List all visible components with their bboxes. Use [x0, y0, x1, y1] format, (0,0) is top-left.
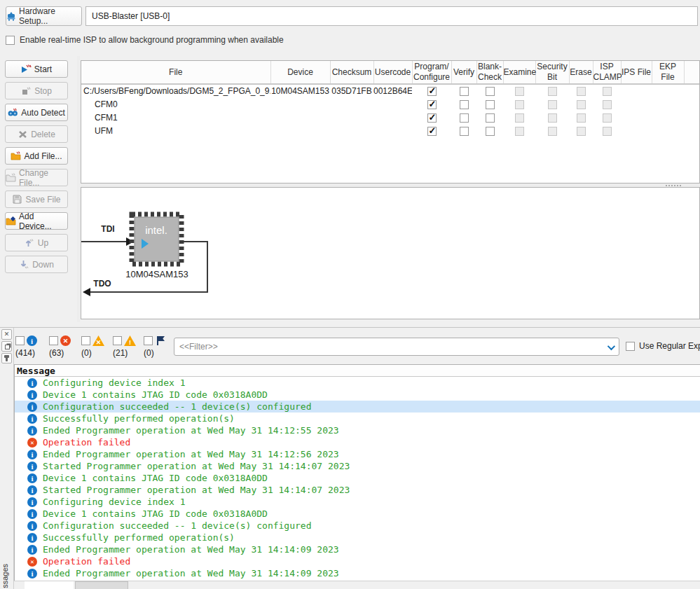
realtime-isp-row: Enable real-time ISP to allow background… — [6, 35, 284, 45]
message-row[interactable]: iSuccessfully performed operation(s) — [15, 413, 700, 424]
program-checkbox[interactable] — [427, 127, 437, 136]
table-row[interactable]: UFM — [81, 124, 700, 137]
isp-checkbox — [603, 100, 612, 109]
pin-icon[interactable] — [1, 353, 12, 363]
add-file-button[interactable]: Add File... — [5, 147, 68, 165]
program-checkbox[interactable] — [427, 87, 437, 96]
column-header[interactable] — [684, 61, 700, 84]
message-row[interactable]: iConfiguring device index 1 — [15, 496, 700, 508]
info-icon: i — [27, 497, 37, 507]
message-row[interactable]: iDevice 1 contains JTAG ID code 0x0318A0… — [15, 472, 700, 484]
program-checkbox[interactable] — [427, 100, 437, 109]
verify-checkbox[interactable] — [460, 127, 469, 136]
message-column-header[interactable]: Message — [15, 365, 700, 377]
message-row[interactable]: iSuccessfully performed operation(s) — [15, 532, 700, 543]
filler-cell — [684, 124, 700, 137]
verify-checkbox[interactable] — [460, 87, 469, 96]
info-icon: i — [27, 378, 37, 388]
chevron-down-icon[interactable] — [608, 342, 615, 350]
verify-checkbox[interactable] — [460, 113, 469, 123]
hardware-name-field[interactable]: USB-Blaster [USB-0] — [85, 6, 698, 26]
message-row[interactable]: iStarted Programmer operation at Wed May… — [15, 460, 700, 472]
info-icon: i — [27, 335, 37, 346]
auto-detect-button[interactable]: Auto Detect — [5, 104, 68, 121]
add-file-label: Add File... — [24, 151, 62, 161]
message-row[interactable]: iEnded Programmer operation at Wed May 3… — [15, 448, 700, 460]
table-row[interactable]: C:/Users/BFeng/Downloads/DGM5_2_FPGA_0_9… — [81, 84, 700, 97]
erase-checkbox — [577, 87, 586, 96]
message-row[interactable]: iEnded Programmer operation at Wed May 3… — [15, 424, 700, 436]
table-row[interactable]: CFM1 — [81, 111, 700, 124]
info-filter-toggle: i(414) — [15, 335, 37, 358]
message-row[interactable]: iDevice 1 contains JTAG ID code 0x0318A0… — [15, 389, 700, 401]
save-file-button[interactable]: Save File — [5, 190, 68, 208]
realtime-isp-checkbox[interactable] — [6, 36, 15, 45]
scrollbar-thumb[interactable] — [75, 581, 128, 589]
flag-filter-checkbox[interactable] — [144, 336, 153, 345]
column-header[interactable]: IPS File — [621, 61, 652, 84]
table-row[interactable]: CFM0 — [81, 97, 700, 111]
warning-filter-checkbox[interactable] — [113, 336, 122, 345]
error-filter-checkbox[interactable] — [49, 336, 58, 345]
verify-checkbox[interactable] — [460, 100, 469, 109]
jtag-chain-panel: TDI intel. 10M04SAM153 TDO — [81, 187, 700, 319]
blank-checkbox[interactable] — [486, 100, 495, 109]
message-text: Started Programmer operation at Wed May … — [43, 485, 350, 495]
column-header[interactable]: Checksum — [330, 61, 373, 84]
info-filter-checkbox[interactable] — [15, 336, 25, 345]
column-header[interactable]: Device — [270, 61, 330, 84]
program-checkbox[interactable] — [427, 113, 437, 123]
stop-button[interactable]: Stop — [5, 82, 68, 99]
column-header[interactable]: Security Bit — [535, 61, 569, 84]
message-row[interactable]: iDevice 1 contains JTAG ID code 0x0318A0… — [15, 508, 700, 520]
message-row[interactable]: iEnded Programmer operation at Wed May 3… — [15, 543, 700, 555]
device-cell — [270, 97, 330, 111]
blank-checkbox[interactable] — [486, 87, 495, 96]
change-file-button[interactable]: Change File... — [5, 169, 68, 186]
message-row[interactable]: iStarted Programmer operation at Wed May… — [15, 484, 700, 496]
error-count: (63) — [49, 348, 71, 358]
column-header[interactable]: Examine — [503, 61, 535, 84]
blank-checkbox[interactable] — [486, 113, 495, 123]
error-icon: ✕ — [27, 557, 37, 567]
down-button[interactable]: Down — [5, 256, 68, 273]
column-header[interactable]: EKP File — [652, 61, 684, 84]
column-header[interactable]: ISP CLAMP — [593, 61, 621, 84]
messages-tab-label[interactable]: ssages — [1, 564, 12, 588]
critical-filter-checkbox[interactable] — [81, 336, 90, 345]
column-header[interactable]: File — [81, 61, 270, 84]
start-label: Start — [34, 64, 52, 74]
message-row[interactable]: iConfiguration succeeded -- 1 device(s) … — [15, 401, 700, 413]
jtag-chain-diagram: TDI intel. 10M04SAM153 TDO — [81, 188, 699, 319]
delete-button[interactable]: Delete — [5, 125, 68, 143]
column-header[interactable]: Verify — [451, 61, 476, 84]
vertical-splitter[interactable] — [77, 56, 80, 322]
hardware-setup-button[interactable]: Hardware Setup... — [6, 6, 82, 26]
add-device-button[interactable]: Add Device... — [5, 212, 68, 230]
column-header[interactable]: Usercode — [373, 61, 412, 84]
column-header[interactable]: Erase — [569, 61, 593, 84]
stop-label: Stop — [34, 86, 52, 96]
column-header[interactable]: Blank- Check — [476, 61, 503, 84]
message-row[interactable]: ✕Operation failed — [15, 436, 700, 448]
up-button[interactable]: Up — [5, 234, 68, 251]
blank-checkbox[interactable] — [486, 127, 495, 136]
message-text: Operation failed — [43, 437, 130, 448]
flag-filter-toggle: (0) — [144, 335, 165, 358]
security-checkbox — [548, 87, 557, 96]
use-regex-checkbox[interactable] — [626, 342, 635, 351]
ips-file-cell — [621, 111, 652, 124]
message-filter-input[interactable]: <<Filter>> — [174, 338, 619, 356]
horizontal-scrollbar[interactable] — [14, 581, 700, 589]
start-button[interactable]: Start — [5, 60, 68, 78]
column-header[interactable]: Program/ Configure — [412, 61, 451, 84]
message-row[interactable]: iConfiguration succeeded -- 1 device(s) … — [15, 520, 700, 532]
message-row[interactable]: iEnded Programmer operation at Wed May 3… — [15, 567, 700, 579]
isp-checkbox — [603, 127, 612, 136]
close-icon[interactable]: ✕ — [1, 329, 12, 340]
message-text: Ended Programmer operation at Wed May 31… — [43, 544, 339, 555]
float-panel-icon[interactable] — [1, 341, 12, 352]
message-row[interactable]: iConfiguring device index 1 — [15, 377, 700, 389]
message-row[interactable]: ✕Operation failed — [15, 555, 700, 567]
critical-filter-toggle: ✕(0) — [81, 335, 104, 358]
